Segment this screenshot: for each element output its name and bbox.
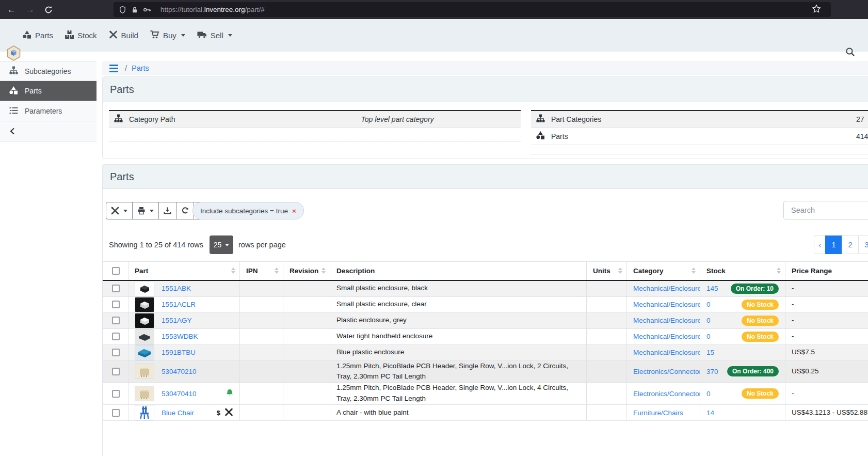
reload-button[interactable] xyxy=(44,0,53,19)
category-cell: Mechanical/Enclosures xyxy=(627,312,700,328)
url-bar[interactable]: https://tutorial.inventree.org/part/# xyxy=(114,2,831,17)
row-select-cell xyxy=(103,344,128,360)
refresh-button[interactable] xyxy=(176,202,194,219)
stock-link[interactable]: 0 xyxy=(706,301,711,308)
bookmark-star-icon[interactable] xyxy=(812,4,826,15)
sidebar-item-subcategories[interactable]: Subcategories xyxy=(0,61,97,81)
column-header-units[interactable]: Units xyxy=(587,262,627,280)
category-link[interactable]: Mechanical/Enclosures xyxy=(633,349,700,356)
print-button[interactable] xyxy=(132,202,159,219)
stats-label: Parts xyxy=(551,132,568,140)
sidebar-item-parts[interactable]: Parts xyxy=(0,81,97,101)
sort-icon xyxy=(692,268,696,274)
stock-link[interactable]: 0 xyxy=(706,333,711,340)
filter-chip-close-icon[interactable]: × xyxy=(292,207,296,215)
revision-cell xyxy=(283,328,330,344)
stock-link[interactable]: 145 xyxy=(706,285,718,292)
ipn-cell xyxy=(240,405,283,421)
row-checkbox[interactable] xyxy=(112,333,120,340)
tools-icon xyxy=(111,207,119,215)
part-link[interactable]: 1591BTBU xyxy=(162,349,196,356)
actions-button[interactable] xyxy=(106,202,133,219)
stock-cell-wrap: 145On Order: 10 xyxy=(700,280,785,297)
column-header-label: Description xyxy=(336,267,375,275)
filter-chip[interactable]: Include subcategories = true × xyxy=(192,202,304,219)
stock-cell: 145On Order: 10 xyxy=(706,284,779,294)
column-header-part[interactable]: Part xyxy=(128,262,240,280)
sidebar-item-parameters[interactable]: Parameters xyxy=(0,101,97,121)
part-link[interactable]: 1551ABK xyxy=(162,285,191,292)
revision-cell xyxy=(283,344,330,360)
row-checkbox[interactable] xyxy=(112,368,120,375)
breadcrumb-link-parts[interactable]: Parts xyxy=(132,64,149,72)
select-all-checkbox[interactable] xyxy=(112,267,120,275)
category-link[interactable]: Electronics/Connectors xyxy=(633,368,700,375)
category-link[interactable]: Electronics/Connectors xyxy=(633,390,700,398)
pagination-prev[interactable]: ‹ xyxy=(814,235,826,254)
pagination-page-1[interactable]: 1 xyxy=(825,235,842,254)
row-checkbox[interactable] xyxy=(112,390,120,398)
pagination-page-2[interactable]: 2 xyxy=(842,235,859,254)
stock-link[interactable]: 14 xyxy=(706,409,714,417)
nav-item-parts[interactable]: Parts xyxy=(23,30,53,40)
download-button[interactable] xyxy=(158,202,176,219)
lock-icon xyxy=(131,6,138,14)
sitemap-icon xyxy=(9,66,18,76)
revision-cell xyxy=(283,280,330,297)
price-range-cell: US$43.1213 - US$52.8854 xyxy=(785,405,868,421)
stock-link[interactable]: 15 xyxy=(706,349,714,356)
stock-cell-wrap: 0No Stock xyxy=(700,312,785,328)
column-header-stock[interactable]: Stock xyxy=(700,262,785,280)
row-checkbox[interactable] xyxy=(112,349,120,356)
sidebar-collapse-button[interactable] xyxy=(0,121,97,141)
main-menu: PartsStockBuildBuySell xyxy=(23,19,232,52)
forward-button[interactable]: → xyxy=(26,0,35,19)
column-header-ipn[interactable]: IPN xyxy=(240,262,283,280)
stock-cell: 15 xyxy=(706,349,779,356)
part-link[interactable]: 1553WDBK xyxy=(162,333,198,340)
category-link[interactable]: Furniture/Chairs xyxy=(633,409,683,417)
part-thumbnail xyxy=(135,386,154,401)
row-checkbox[interactable] xyxy=(112,301,120,308)
browser-window: ← → https://tutorial.inventree.org/part/… xyxy=(0,0,868,456)
table-row: 5304704101.25mm Pitch, PicoBlade PCB Hea… xyxy=(103,383,868,405)
price-range-cell: - xyxy=(785,312,868,328)
category-link[interactable]: Mechanical/Enclosures xyxy=(633,317,700,324)
column-header-label: Stock xyxy=(706,267,726,275)
category-link[interactable]: Mechanical/Enclosures xyxy=(633,301,700,308)
units-cell xyxy=(587,312,627,328)
nav-item-sell[interactable]: Sell xyxy=(197,30,232,40)
search-icon[interactable] xyxy=(845,47,855,59)
category-link[interactable]: Mechanical/Enclosures xyxy=(633,285,700,292)
stock-link[interactable]: 370 xyxy=(706,368,718,375)
inventree-logo[interactable] xyxy=(7,45,21,63)
pagination-page-3[interactable]: 3 xyxy=(858,235,868,254)
column-header-category[interactable]: Category xyxy=(627,262,700,280)
price-range-cell: - xyxy=(785,280,868,297)
part-link[interactable]: 1551ACLR xyxy=(162,301,196,308)
part-link[interactable]: Blue Chair xyxy=(162,409,194,417)
part-link[interactable]: 530470210 xyxy=(162,368,197,375)
column-header-label: Units xyxy=(593,267,610,275)
row-checkbox[interactable] xyxy=(112,317,120,324)
nav-item-stock[interactable]: Stock xyxy=(65,30,97,40)
sidebar-item-label: Parts xyxy=(25,87,42,95)
page-size-dropdown[interactable]: 25 xyxy=(210,235,233,254)
nav-item-buy[interactable]: Buy xyxy=(150,30,185,40)
column-header-revision[interactable]: Revision xyxy=(283,262,330,280)
part-cell-wrap: 1551ABK xyxy=(128,280,240,297)
breadcrumb-tree-toggle-icon[interactable] xyxy=(109,65,118,72)
nav-item-build[interactable]: Build xyxy=(109,30,138,40)
part-link[interactable]: 530470410 xyxy=(162,390,197,398)
row-checkbox[interactable] xyxy=(112,285,120,292)
part-cell: 530470210 xyxy=(135,364,233,379)
back-button[interactable]: ← xyxy=(7,0,16,19)
nav-item-label: Stock xyxy=(77,31,97,40)
search-input[interactable] xyxy=(783,201,868,219)
stock-link[interactable]: 0 xyxy=(706,390,711,398)
row-checkbox[interactable] xyxy=(112,409,120,417)
category-cell: Electronics/Connectors xyxy=(627,383,700,405)
part-link[interactable]: 1551AGY xyxy=(162,317,192,324)
category-link[interactable]: Mechanical/Enclosures xyxy=(633,333,700,340)
stock-link[interactable]: 0 xyxy=(706,317,711,324)
